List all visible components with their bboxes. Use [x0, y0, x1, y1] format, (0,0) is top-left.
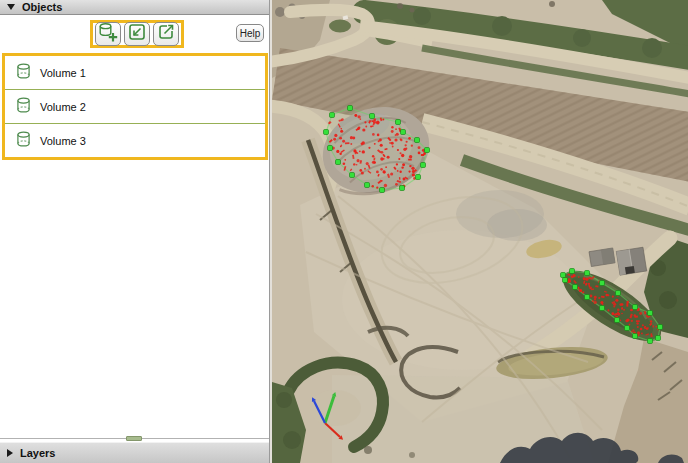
shed-2-door [625, 266, 635, 274]
map-orthophoto [272, 0, 688, 463]
cylinder-icon [16, 131, 31, 150]
polygon-vertex-handle[interactable] [633, 334, 638, 339]
add-volume-button[interactable] [95, 22, 121, 46]
polygon-vertex-handle[interactable] [416, 175, 421, 180]
collapse-triangle-icon [7, 4, 15, 10]
polygon-vertex-handle[interactable] [600, 281, 605, 286]
terrain-bush [659, 291, 677, 309]
polygon-vertex-handle[interactable] [348, 106, 353, 111]
polygon-vertex-handle[interactable] [401, 130, 406, 135]
polygon-vertex-handle[interactable] [625, 326, 630, 331]
polygon-vertex-handle[interactable] [633, 305, 638, 310]
polygon-vertex-handle[interactable] [328, 146, 333, 151]
polygon-vertex-handle[interactable] [563, 278, 568, 283]
cylinder-icon [16, 63, 31, 82]
polygon-vertex-handle[interactable] [600, 306, 605, 311]
objects-panel: Objects [0, 0, 270, 463]
terrain-bush [283, 431, 301, 449]
polygon-vertex-handle[interactable] [330, 113, 335, 118]
polygon-vertex-handle[interactable] [336, 160, 341, 165]
expand-triangle-icon [7, 449, 13, 457]
panel-splitter-handle[interactable] [126, 436, 142, 441]
polygon-vertex-handle[interactable] [585, 271, 590, 276]
arrow-into-square-icon [126, 21, 148, 47]
polygon-vertex-handle[interactable] [616, 291, 621, 296]
arrow-out-of-square-icon [155, 21, 177, 47]
highlight-box-toolbar [90, 20, 184, 48]
cylinder-icon [16, 97, 31, 116]
volume-label: Volume 3 [40, 135, 86, 147]
map-viewport[interactable] [272, 0, 688, 463]
shed-1-roof-side [601, 248, 615, 265]
volume-label: Volume 2 [40, 101, 86, 113]
help-button[interactable]: Help [236, 24, 264, 42]
polygon-vertex-handle[interactable] [615, 318, 620, 323]
terrain-hairpin-island [329, 20, 351, 33]
layers-panel-title: Layers [20, 447, 55, 459]
terrain-dark-spot [409, 452, 415, 458]
polygon-vertex-handle[interactable] [350, 173, 355, 178]
cylinder-plus-icon [97, 21, 119, 47]
polygon-vertex-handle[interactable] [365, 183, 370, 188]
polygon-vertex-handle[interactable] [324, 130, 329, 135]
terrain-bush [276, 392, 292, 408]
polygon-vertex-handle[interactable] [585, 295, 590, 300]
polygon-vertex-handle[interactable] [648, 311, 653, 316]
polygon-vertex-handle[interactable] [380, 188, 385, 193]
polygon-vertex-handle[interactable] [648, 339, 653, 344]
terrain-dark-spot [364, 446, 372, 454]
polygon-vertex-handle[interactable] [396, 120, 401, 125]
layers-panel-header[interactable]: Layers [0, 442, 269, 463]
polygon-vertex-handle[interactable] [561, 273, 566, 278]
polygon-vertex-handle[interactable] [425, 148, 430, 153]
volume-list-item-2[interactable]: Volume 2 [5, 90, 265, 124]
polygon-vertex-handle[interactable] [570, 269, 575, 274]
objects-panel-header[interactable]: Objects [0, 0, 269, 15]
import-volume-button[interactable] [124, 22, 150, 46]
polygon-vertex-handle[interactable] [573, 285, 578, 290]
polygon-vertex-handle[interactable] [421, 163, 426, 168]
highlight-box-volume-list: Volume 1 Volume 2 Volume 3 [2, 53, 268, 160]
volume-list-item-3[interactable]: Volume 3 [5, 124, 265, 157]
polygon-vertex-handle[interactable] [656, 336, 661, 341]
app: { "colors": { "highlight": "#F0B71E", "i… [0, 0, 688, 463]
polygon-vertex-handle[interactable] [370, 114, 375, 119]
help-button-label: Help [240, 28, 261, 39]
export-volume-button[interactable] [153, 22, 179, 46]
volume-list-item-1[interactable]: Volume 1 [5, 56, 265, 90]
volume-label: Volume 1 [40, 67, 86, 79]
polygon-vertex-handle[interactable] [658, 325, 663, 330]
polygon-vertex-handle[interactable] [415, 138, 420, 143]
polygon-vertex-handle[interactable] [400, 186, 405, 191]
objects-panel-title: Objects [22, 1, 62, 13]
